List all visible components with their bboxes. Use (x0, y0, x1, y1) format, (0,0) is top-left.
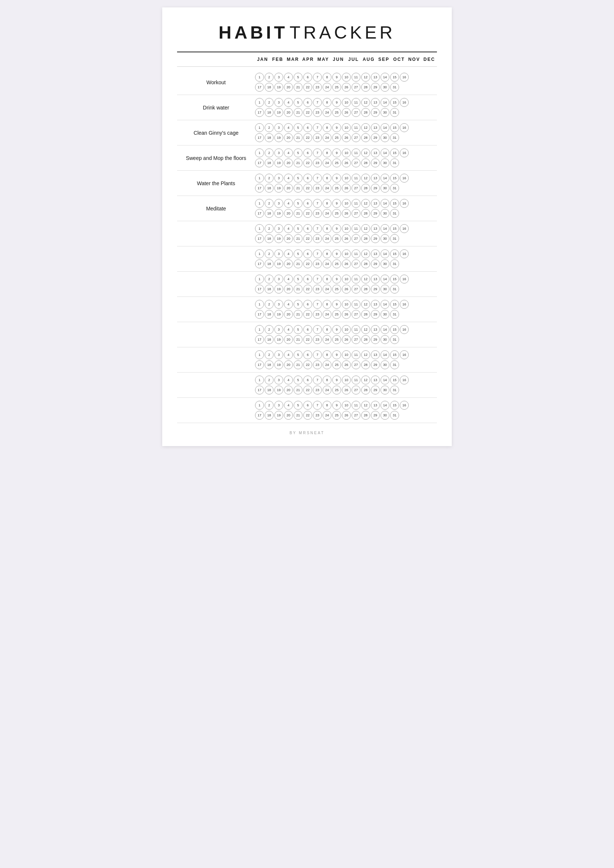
day-circle[interactable]: 17 (255, 310, 264, 319)
day-circle[interactable]: 18 (265, 411, 274, 420)
day-circle[interactable]: 26 (342, 133, 351, 142)
day-circle[interactable]: 16 (400, 98, 409, 107)
day-circle[interactable]: 26 (342, 335, 351, 344)
day-circle[interactable]: 11 (352, 350, 360, 359)
day-circle[interactable]: 19 (274, 411, 283, 420)
day-circle[interactable]: 10 (342, 224, 351, 233)
day-circle[interactable]: 26 (342, 158, 351, 167)
day-circle[interactable]: 30 (380, 158, 389, 167)
day-circle[interactable]: 23 (313, 158, 322, 167)
day-circle[interactable]: 24 (323, 360, 332, 369)
day-circle[interactable]: 3 (274, 375, 283, 384)
day-circle[interactable]: 14 (380, 250, 389, 258)
day-circle[interactable]: 28 (361, 310, 370, 319)
day-circle[interactable]: 24 (323, 259, 332, 268)
day-circle[interactable]: 15 (390, 174, 399, 183)
day-circle[interactable]: 4 (284, 199, 293, 208)
day-circle[interactable]: 22 (303, 335, 312, 344)
day-circle[interactable]: 28 (361, 259, 370, 268)
day-circle[interactable]: 10 (342, 250, 351, 258)
day-circle[interactable]: 31 (390, 133, 399, 142)
day-circle[interactable]: 15 (390, 123, 399, 132)
day-circle[interactable]: 20 (284, 158, 293, 167)
day-circle[interactable]: 7 (313, 250, 322, 258)
day-circle[interactable]: 22 (303, 360, 312, 369)
day-circle[interactable]: 28 (361, 411, 370, 420)
day-circle[interactable]: 3 (274, 300, 283, 309)
day-circle[interactable]: 10 (342, 325, 351, 334)
day-circle[interactable]: 16 (400, 274, 409, 284)
day-circle[interactable]: 6 (303, 123, 312, 132)
day-circle[interactable]: 18 (265, 335, 274, 344)
day-circle[interactable]: 26 (342, 310, 351, 319)
day-circle[interactable]: 13 (371, 224, 380, 233)
day-circle[interactable]: 9 (332, 123, 341, 132)
day-circle[interactable]: 9 (332, 250, 341, 258)
day-circle[interactable]: 22 (303, 83, 312, 91)
day-circle[interactable]: 31 (390, 386, 399, 394)
day-circle[interactable]: 21 (294, 83, 302, 91)
day-circle[interactable]: 21 (294, 386, 302, 394)
day-circle[interactable]: 2 (265, 274, 274, 284)
day-circle[interactable]: 3 (274, 149, 283, 157)
day-circle[interactable]: 2 (265, 174, 274, 183)
day-circle[interactable]: 16 (400, 300, 409, 309)
day-circle[interactable]: 25 (332, 411, 341, 420)
day-circle[interactable]: 14 (380, 224, 389, 233)
day-circle[interactable]: 20 (284, 386, 293, 394)
day-circle[interactable]: 19 (274, 259, 283, 268)
day-circle[interactable]: 29 (371, 209, 380, 218)
day-circle[interactable]: 29 (371, 184, 380, 192)
day-circle[interactable]: 14 (380, 123, 389, 132)
day-circle[interactable]: 14 (380, 325, 389, 334)
day-circle[interactable]: 15 (390, 98, 399, 107)
day-circle[interactable]: 1 (255, 401, 264, 410)
day-circle[interactable]: 26 (342, 386, 351, 394)
day-circle[interactable]: 29 (371, 360, 380, 369)
day-circle[interactable]: 9 (332, 350, 341, 359)
day-circle[interactable]: 22 (303, 259, 312, 268)
day-circle[interactable]: 5 (294, 98, 302, 107)
day-circle[interactable]: 3 (274, 73, 283, 82)
day-circle[interactable]: 23 (313, 335, 322, 344)
day-circle[interactable]: 15 (390, 325, 399, 334)
day-circle[interactable]: 31 (390, 310, 399, 319)
day-circle[interactable]: 20 (284, 184, 293, 192)
day-circle[interactable]: 29 (371, 310, 380, 319)
day-circle[interactable]: 7 (313, 199, 322, 208)
day-circle[interactable]: 29 (371, 158, 380, 167)
day-circle[interactable]: 13 (371, 174, 380, 183)
day-circle[interactable]: 4 (284, 250, 293, 258)
day-circle[interactable]: 6 (303, 98, 312, 107)
day-circle[interactable]: 8 (323, 199, 332, 208)
day-circle[interactable]: 8 (323, 98, 332, 107)
day-circle[interactable]: 24 (323, 133, 332, 142)
day-circle[interactable]: 27 (352, 234, 360, 243)
day-circle[interactable]: 15 (390, 300, 399, 309)
day-circle[interactable]: 5 (294, 250, 302, 258)
day-circle[interactable]: 11 (352, 73, 360, 82)
day-circle[interactable]: 10 (342, 375, 351, 384)
day-circle[interactable]: 24 (323, 411, 332, 420)
day-circle[interactable]: 28 (361, 386, 370, 394)
day-circle[interactable]: 4 (284, 149, 293, 157)
day-circle[interactable]: 1 (255, 199, 264, 208)
day-circle[interactable]: 18 (265, 259, 274, 268)
day-circle[interactable]: 11 (352, 149, 360, 157)
day-circle[interactable]: 14 (380, 174, 389, 183)
day-circle[interactable]: 4 (284, 274, 293, 284)
day-circle[interactable]: 24 (323, 386, 332, 394)
day-circle[interactable]: 30 (380, 411, 389, 420)
day-circle[interactable]: 4 (284, 98, 293, 107)
day-circle[interactable]: 3 (274, 98, 283, 107)
day-circle[interactable]: 2 (265, 325, 274, 334)
day-circle[interactable]: 1 (255, 98, 264, 107)
day-circle[interactable]: 20 (284, 335, 293, 344)
day-circle[interactable]: 10 (342, 98, 351, 107)
day-circle[interactable]: 23 (313, 83, 322, 91)
day-circle[interactable]: 24 (323, 285, 332, 293)
day-circle[interactable]: 29 (371, 133, 380, 142)
day-circle[interactable]: 12 (361, 174, 370, 183)
day-circle[interactable]: 5 (294, 149, 302, 157)
day-circle[interactable]: 13 (371, 350, 380, 359)
